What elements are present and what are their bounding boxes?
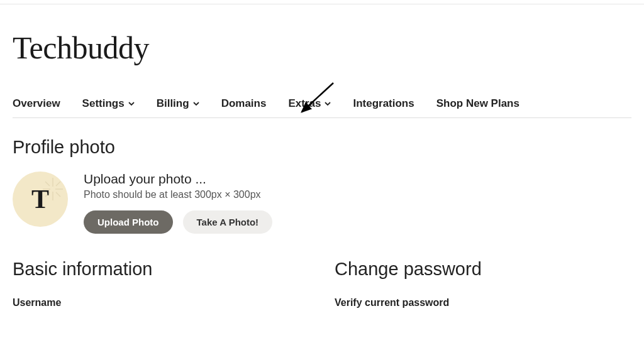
nav-domains[interactable]: Domains [221,97,267,110]
chevron-down-icon [128,101,135,107]
change-password-heading: Change password [335,259,631,280]
basic-info-heading: Basic information [13,259,309,280]
upload-title: Upload your photo ... [84,172,272,187]
basic-info-column: Basic information Username [13,259,309,308]
nav-shop[interactable]: Shop New Plans [436,97,519,110]
profile-row: T Upload your photo ... Photo should be … [13,172,631,234]
avatar[interactable]: T [13,172,68,227]
nav-label: Settings [82,97,125,110]
nav-integrations[interactable]: Integrations [353,97,414,110]
nav-label: Integrations [353,97,414,110]
upload-block: Upload your photo ... Photo should be at… [84,172,272,234]
nav-label: Billing [157,97,189,110]
nav-overview[interactable]: Overview [13,97,60,110]
take-photo-button[interactable]: Take A Photo! [183,210,273,234]
nav-extras[interactable]: Extras [288,97,331,110]
avatar-letter: T [31,184,49,214]
change-password-column: Change password Verify current password [335,259,631,308]
nav-label: Extras [288,97,321,110]
nav-label: Shop New Plans [436,97,519,110]
page-title: Techbuddy [13,30,644,66]
profile-section: Profile photo T Upload your photo ... Ph… [13,137,631,234]
chevron-down-icon [193,101,199,107]
nav-label: Overview [13,97,60,110]
username-label: Username [13,297,309,308]
two-column-row: Basic information Username Change passwo… [13,259,631,308]
top-divider [0,4,644,4]
chevron-down-icon [325,101,331,107]
upload-description: Photo should be at least 300px × 300px [84,189,272,200]
profile-heading: Profile photo [13,137,631,158]
nav-tabs: Overview Settings Billing Domains Extras… [13,97,631,118]
nav-billing[interactable]: Billing [157,97,199,110]
nav-settings[interactable]: Settings [82,97,135,110]
upload-photo-button[interactable]: Upload Photo [84,210,173,234]
verify-password-label: Verify current password [335,297,631,308]
button-row: Upload Photo Take A Photo! [84,210,272,234]
nav-label: Domains [221,97,267,110]
